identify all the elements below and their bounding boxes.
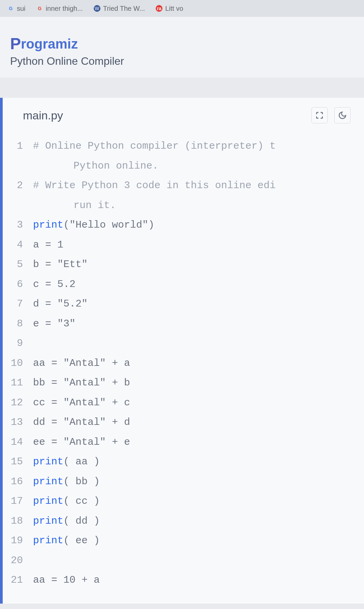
- logo-rest: rogramiz: [21, 36, 78, 51]
- editor-header: main.py: [3, 98, 364, 133]
- code-line[interactable]: 7d = "5.2": [3, 294, 364, 314]
- line-number: 13: [3, 412, 33, 432]
- line-number: 18: [3, 511, 33, 531]
- editor-panel: main.py 1# Online Python compiler (inter…: [0, 98, 364, 604]
- browser-tab[interactable]: ra Litt vo: [152, 2, 187, 15]
- line-number: 12: [3, 393, 33, 413]
- code-line[interactable]: 15print( aa ): [3, 452, 364, 472]
- line-content: print( aa ): [33, 452, 364, 472]
- line-number: 1: [3, 136, 33, 156]
- line-number: 7: [3, 294, 33, 314]
- code-line[interactable]: 21aa = 10 + a: [3, 570, 364, 590]
- line-content: bb = "Antal" + b: [33, 373, 364, 393]
- line-number: 17: [3, 491, 33, 511]
- line-content: c = 5.2: [33, 274, 364, 294]
- line-content: Python online.: [33, 156, 364, 176]
- line-number: 2: [3, 176, 33, 196]
- line-content: # Online Python compiler (interpreter) t: [33, 136, 364, 156]
- code-line[interactable]: 18print( dd ): [3, 511, 364, 531]
- code-line[interactable]: 9: [3, 334, 364, 353]
- fullscreen-button[interactable]: [311, 107, 328, 123]
- page-subtitle: Python Online Compiler: [10, 55, 354, 67]
- page-header: Programiz Python Online Compiler: [0, 17, 364, 78]
- line-content: print("Hello world"): [33, 215, 364, 235]
- line-content: b = "Ett": [33, 255, 364, 274]
- line-content: aa = 10 + a: [33, 570, 364, 590]
- line-number: 5: [3, 255, 33, 274]
- line-number: [3, 156, 33, 176]
- line-number: 10: [3, 353, 33, 373]
- line-number: [3, 196, 33, 215]
- line-content: print( dd ): [33, 511, 364, 531]
- line-number: 6: [3, 274, 33, 294]
- code-editor[interactable]: 1# Online Python compiler (interpreter) …: [3, 133, 364, 604]
- line-content: a = 1: [33, 235, 364, 255]
- browser-tab[interactable]: G sui: [3, 2, 30, 15]
- code-line[interactable]: run it.: [3, 196, 364, 215]
- browser-tab-strip: G sui G inner thigh... W Tried The W... …: [0, 0, 364, 17]
- tab-favicon-icon: ra: [156, 5, 162, 12]
- code-line[interactable]: 1# Online Python compiler (interpreter) …: [3, 136, 364, 156]
- code-line[interactable]: 19print( ee ): [3, 531, 364, 551]
- line-number: 11: [3, 373, 33, 393]
- tab-label: Tried The W...: [103, 5, 145, 12]
- fullscreen-icon: [315, 111, 324, 120]
- line-content: cc = "Antal" + c: [33, 393, 364, 413]
- code-line[interactable]: 2# Write Python 3 code in this online ed…: [3, 176, 364, 196]
- line-number: 8: [3, 314, 33, 334]
- code-line[interactable]: 6c = 5.2: [3, 274, 364, 294]
- line-content: print( bb ): [33, 472, 364, 492]
- line-number: 19: [3, 531, 33, 551]
- line-number: 3: [3, 215, 33, 235]
- tab-label: inner thigh...: [46, 5, 83, 12]
- browser-tab[interactable]: W Tried The W...: [90, 2, 149, 15]
- line-number: 15: [3, 452, 33, 472]
- tab-favicon-icon: W: [94, 5, 100, 12]
- line-content: dd = "Antal" + d: [33, 412, 364, 432]
- moon-icon: [338, 111, 347, 120]
- filename-label: main.py: [23, 109, 305, 122]
- code-line[interactable]: 3print("Hello world"): [3, 215, 364, 235]
- code-line[interactable]: 16print( bb ): [3, 472, 364, 492]
- code-line[interactable]: 10aa = "Antal" + a: [3, 353, 364, 373]
- tab-favicon-icon: G: [36, 5, 43, 12]
- line-content: print( cc ): [33, 491, 364, 511]
- line-number: 20: [3, 551, 33, 571]
- code-line[interactable]: 17print( cc ): [3, 491, 364, 511]
- line-content: d = "5.2": [33, 294, 364, 314]
- line-content: ee = "Antal" + e: [33, 432, 364, 452]
- theme-toggle-button[interactable]: [334, 107, 351, 123]
- line-number: 16: [3, 472, 33, 492]
- line-content: [33, 551, 364, 571]
- line-content: aa = "Antal" + a: [33, 353, 364, 373]
- logo-letter: P: [10, 34, 21, 53]
- code-line[interactable]: 5b = "Ett": [3, 255, 364, 274]
- line-number: 21: [3, 570, 33, 590]
- code-line[interactable]: 8e = "3": [3, 314, 364, 334]
- line-number: 4: [3, 235, 33, 255]
- code-line[interactable]: 14ee = "Antal" + e: [3, 432, 364, 452]
- code-line[interactable]: 13dd = "Antal" + d: [3, 412, 364, 432]
- brand-logo[interactable]: Programiz: [10, 34, 354, 52]
- browser-tab[interactable]: G inner thigh...: [32, 2, 87, 15]
- line-content: # Write Python 3 code in this online edi: [33, 176, 364, 196]
- line-content: print( ee ): [33, 531, 364, 551]
- tab-label: Litt vo: [165, 5, 183, 12]
- line-content: e = "3": [33, 314, 364, 334]
- line-number: 9: [3, 334, 33, 353]
- line-content: run it.: [33, 196, 364, 215]
- line-number: 14: [3, 432, 33, 452]
- code-line[interactable]: 12cc = "Antal" + c: [3, 393, 364, 413]
- tab-favicon-icon: G: [7, 5, 14, 12]
- code-line[interactable]: Python online.: [3, 156, 364, 176]
- line-content: [33, 334, 364, 353]
- code-line[interactable]: 20: [3, 551, 364, 571]
- tab-label: sui: [17, 5, 26, 12]
- code-line[interactable]: 4a = 1: [3, 235, 364, 255]
- code-line[interactable]: 11bb = "Antal" + b: [3, 373, 364, 393]
